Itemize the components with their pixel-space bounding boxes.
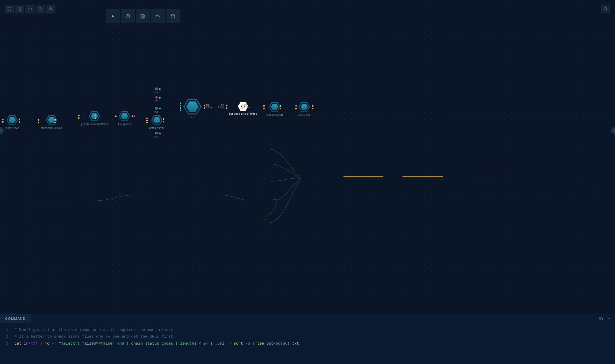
node-batch-output[interactable]: batch-output xyxy=(149,115,165,129)
svg-point-4 xyxy=(604,8,606,10)
chevron-left-icon xyxy=(0,129,2,132)
line-number: 3 xyxy=(3,340,15,347)
node-zip-to-out[interactable]: zip-to-out xyxy=(298,102,310,116)
zoom-in-icon xyxy=(38,7,42,11)
node-generate-line-batches[interactable]: generate-line-batches xyxy=(81,111,108,126)
search-button[interactable] xyxy=(601,5,610,13)
node-standarize-output[interactable]: standarize output xyxy=(41,115,62,129)
zoom-in-button[interactable] xyxy=(36,5,45,13)
node-get-all-ip-port[interactable]: Get all ip:port xyxy=(266,102,283,116)
fullscreen-button[interactable] xyxy=(5,5,14,13)
mini-toolbar xyxy=(5,5,55,13)
node-httpx[interactable]: httpx file folder xyxy=(183,99,202,119)
svg-rect-9 xyxy=(600,318,602,320)
save-button[interactable] xyxy=(136,9,150,23)
play-icon xyxy=(110,14,115,19)
code-line-3: 3 cat in/*/* | jq -r "select((.failed==f… xyxy=(3,340,612,347)
undo-icon xyxy=(155,14,160,19)
line-number: 2 xyxy=(3,333,15,340)
intermediate-true-3[interactable]: true xyxy=(154,132,159,138)
copy-button[interactable] xyxy=(598,316,604,321)
line-number: 1 xyxy=(3,327,15,333)
shuffle-button[interactable] xyxy=(15,5,24,13)
intermediate-true-1[interactable]: true xyxy=(154,88,159,94)
node-stscan-loop[interactable]: stscan-loop xyxy=(5,115,19,129)
expand-button[interactable] xyxy=(606,316,611,321)
zoom-out-button[interactable] xyxy=(46,5,55,13)
copy-icon xyxy=(599,317,603,321)
action-toolbar xyxy=(106,9,180,23)
arrange-icon xyxy=(28,7,32,11)
zoom-out-icon xyxy=(49,7,53,11)
save-icon xyxy=(140,14,145,19)
right-drawer-handle[interactable] xyxy=(611,127,615,134)
intermediate-true-2[interactable]: true xyxy=(154,107,159,113)
shuffle-icon xyxy=(18,7,22,11)
schedule-button[interactable] xyxy=(121,9,135,23)
undo-button[interactable] xyxy=(151,9,165,23)
arrange-button[interactable] xyxy=(25,5,35,13)
code-line-1: 1 # Don't get all at the same time here … xyxy=(3,327,612,333)
chevron-down-icon xyxy=(607,317,611,321)
code-line-2: 2 # It's better to check jsons files one… xyxy=(3,333,612,340)
node-get-valid-urls[interactable]: get valid urls of webs file folder file … xyxy=(229,102,257,115)
search-icon xyxy=(604,7,608,11)
chevron-right-icon xyxy=(613,129,615,132)
history-icon xyxy=(170,14,175,19)
fullscreen-icon xyxy=(7,7,11,11)
code-editor[interactable]: 1 # Don't get all at the same time here … xyxy=(0,323,615,351)
bottom-panel: COMMAND 1 # Don't get all at the same ti… xyxy=(0,314,615,364)
node-file-splitter[interactable]: file-splitter xyxy=(118,111,131,126)
panel-tabs: COMMAND xyxy=(0,314,615,323)
canvas-background[interactable] xyxy=(0,0,615,364)
schedule-icon xyxy=(125,14,130,19)
intermediate-250[interactable]: 250 xyxy=(154,96,158,103)
tab-command[interactable]: COMMAND xyxy=(0,314,31,323)
svg-point-3 xyxy=(142,16,144,17)
run-button[interactable] xyxy=(106,9,120,23)
history-button[interactable] xyxy=(166,9,180,23)
